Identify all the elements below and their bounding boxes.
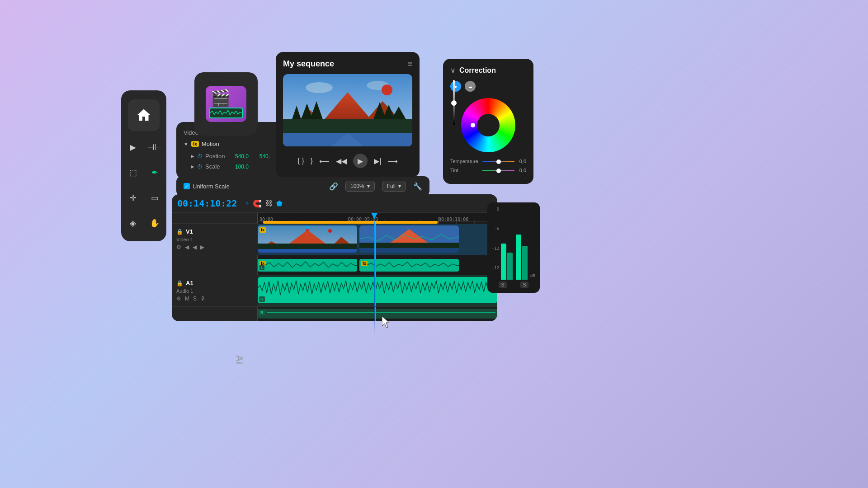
pen-tool[interactable]: ✒ [146,164,164,182]
trim-tool[interactable]: ⊣⊢ [146,138,164,156]
video-clip-2[interactable] [359,225,459,253]
rewind-button[interactable]: ◀◀ [336,157,347,165]
uniform-scale-checkbox[interactable]: ✓ [184,183,190,189]
tint-value: 0,0 [517,168,526,173]
meter-s-left: S [499,282,507,288]
v1-label: V1 [186,228,193,235]
audio-l-badge: L [259,265,264,270]
marquee-tool[interactable]: ⬚ [124,164,142,182]
bracket-right[interactable]: } [311,157,313,165]
scale-value: 100,0 [235,164,249,170]
link-tool[interactable]: ⛓ [265,199,273,207]
color-wheel-wrapper[interactable] [461,98,515,152]
snap-tool[interactable]: ⌖ [245,199,249,207]
sequence-header: My sequence ≡ [283,59,412,69]
svg-point-1 [306,82,333,93]
link-icon: 🔗 [329,182,338,191]
audio-wave-preview [209,108,243,118]
temperature-row: Temperature 0,0 [450,159,526,164]
meter-s-right: S [520,282,529,288]
audio-wave-fx2 [367,261,462,270]
audio-main-clip[interactable]: R [258,277,497,303]
a1-mic-icon[interactable]: 🎙 [200,296,206,302]
shape-tool[interactable]: ▭ [146,189,164,207]
track-a1-sublabel-row: Audio 1 [176,288,253,294]
v1-forward-icon[interactable]: ▶ [200,244,204,250]
toolbar-panel: ▶ ⊣⊢ ⬚ ✒ ✛ ▭ ◈ ✋ [121,90,166,241]
a1-s-btn[interactable]: S [193,296,197,302]
ai-label: Ai [234,355,245,364]
a1-label: A1 [186,280,193,286]
media-panel: 🎬 [194,72,258,136]
color-wheel-container [450,98,526,152]
temperature-thumb[interactable] [496,160,501,164]
v1-volume-icon[interactable]: ◀ [185,244,189,250]
prev-edit-button[interactable]: ⟵ [319,157,330,165]
clip2-thumbnail [359,225,459,253]
v1-settings-icon[interactable]: ⚙ [176,244,181,250]
mark-in-button[interactable]: { } [297,157,304,165]
quality-value: Full [387,183,396,189]
select-tool[interactable]: ▶ [124,138,142,156]
correction-collapse-icon[interactable]: ∨ [450,66,456,75]
correction-icons: ● ☁ [450,81,526,92]
scale-panel: ✓ Uniform Scale 🔗 100% ▾ Full ▾ 🔧 [176,176,429,196]
temperature-label: Temperature [450,159,480,164]
audio-fx-clip-1[interactable]: fx L [258,259,357,272]
video-clip-1[interactable]: fx [258,225,357,253]
meter-scale: 0 -6 -12 -12 [492,207,499,270]
uniform-scale-checkbox-label[interactable]: ✓ Uniform Scale [184,183,230,190]
brightness-slider-track[interactable] [453,80,455,125]
wrench-icon[interactable]: 🔧 [413,182,422,191]
scale-label: Scale [205,163,232,170]
playhead-line-sub [375,307,376,321]
tint-row: Tint 0,0 [450,168,526,173]
play-button[interactable]: ▶ [353,154,368,168]
sequence-panel: My sequence ≡ [276,52,420,177]
a1-m-btn[interactable]: M [185,296,189,302]
fast-forward-button[interactable]: ⟶ [387,157,398,165]
svg-rect-7 [283,119,412,133]
media-icon[interactable]: 🎬 [206,86,246,122]
fx-row-track: fx L fx [172,255,497,275]
correction-panel: ∨ Correction ● ☁ Temperature 0,0 [443,59,533,184]
track-a1-content: R [258,275,497,306]
sub-audio-line [267,312,495,313]
temperature-slider[interactable] [482,161,514,162]
a1-settings-icon[interactable]: ⚙ [176,296,181,302]
quality-dropdown[interactable]: Full ▾ [382,181,406,192]
a1-lock-icon[interactable]: 🔒 [176,280,183,286]
move-tool[interactable]: ✛ [124,189,142,207]
step-forward-button[interactable]: ▶| [374,157,381,165]
preview-svg [283,74,412,146]
sub-audio-header [172,307,258,321]
brightness-slider-thumb[interactable] [451,100,457,106]
meter-bar-l1 [501,244,506,280]
sequence-menu-button[interactable]: ≡ [407,59,412,69]
svg-point-38 [328,229,332,233]
tint-thumb[interactable] [496,169,501,173]
v1-mute-icon[interactable]: ◀ [193,244,197,250]
scale-row: ▶ ⏱ Scale 100,0 [184,161,278,172]
meter-bar-r1 [516,235,521,280]
hand-tool[interactable]: ✋ [146,214,164,232]
zoom-dropdown[interactable]: 100% ▾ [345,181,375,192]
meter-bar-l2 [507,253,513,280]
tint-slider[interactable] [482,170,514,171]
meter-db-12a: -12 [492,246,499,251]
brightness-slider[interactable] [453,80,455,125]
meter-area: 0 -6 -12 -12 dB [492,207,535,280]
correction-color-icon[interactable]: ● [450,81,461,92]
v1-lock-icon[interactable]: 🔒 [176,229,183,235]
clip1-thumbnail [258,225,357,253]
color-wheel-dot[interactable] [471,123,475,127]
correction-preset-icon[interactable]: ☁ [465,81,476,92]
track-v1: 🔒 V1 Video 1 ⚙ ◀ ◀ ▶ fx [172,224,497,255]
track-a1: 🔒 A1 Audio 1 ⚙ M S 🎙 R [172,275,497,307]
audio-fx-clip-2[interactable]: fx [359,259,459,272]
color-tool[interactable]: ◈ [124,214,142,232]
track-a1-icons: ⚙ M S 🎙 [176,296,253,302]
magnet-tool[interactable]: 🧲 [253,199,262,208]
marker-tool[interactable]: ⬟ [276,199,283,208]
home-button[interactable] [128,99,160,131]
